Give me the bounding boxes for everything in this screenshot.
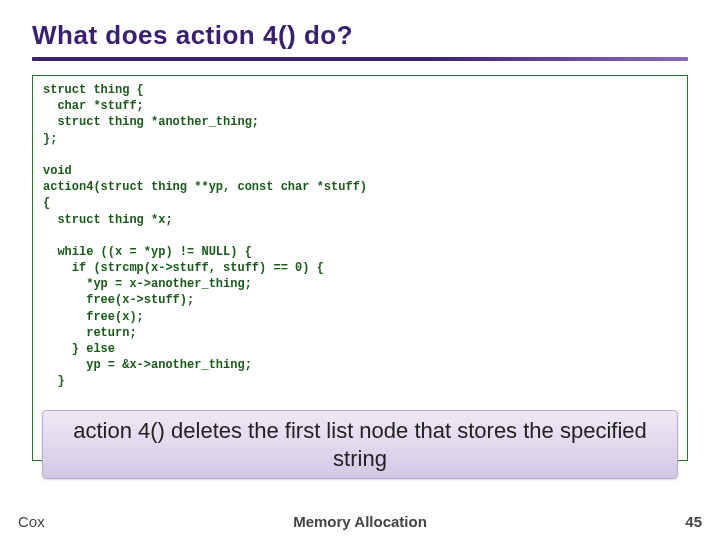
slide: What does action 4() do? struct thing { … — [0, 0, 720, 540]
footer-center: Memory Allocation — [0, 513, 720, 530]
code-block: struct thing { char *stuff; struct thing… — [32, 75, 688, 461]
footer: Cox Memory Allocation 45 — [0, 513, 720, 530]
title-underline — [32, 57, 688, 61]
answer-callout: action 4() deletes the first list node t… — [42, 410, 678, 479]
page-title: What does action 4() do? — [32, 20, 688, 51]
